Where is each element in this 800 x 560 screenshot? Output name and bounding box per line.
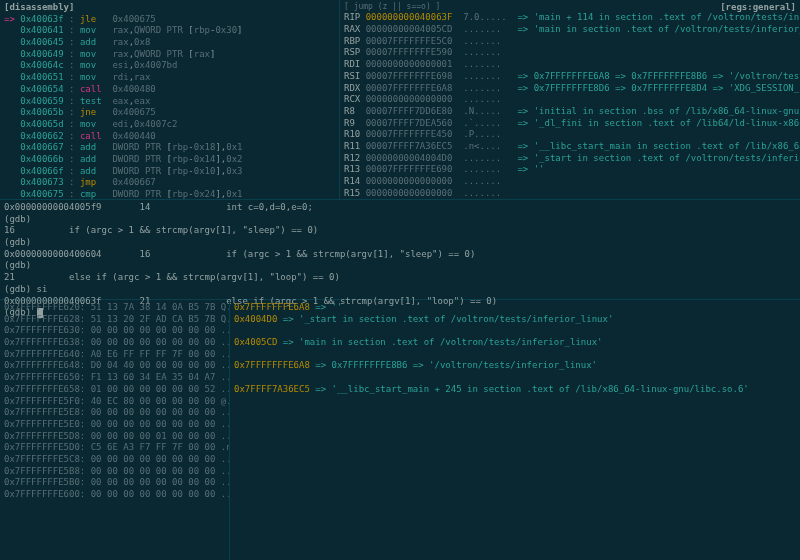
source-line[interactable]: (gdb) (4, 214, 796, 226)
stack-row[interactable] (234, 325, 796, 337)
registers-pane[interactable]: [regs:general] [ jump (z || s==o) ] RIP … (340, 0, 800, 199)
register-row[interactable]: R9 00007FFFF7DEA560 .`..... => '_dl_fini… (344, 118, 796, 130)
disasm-row[interactable]: 0x400654 : call 0x400480 (4, 84, 335, 96)
debugger-window: [disassembly] => 0x40063f : jle 0x400675… (0, 0, 800, 560)
disasm-row[interactable]: 0x40066b : add DWORD PTR [rbp-0x14],0x2 (4, 154, 335, 166)
memory-row[interactable]: 0x7FFFFFFFE5D8: 00 00 00 00 01 00 00 00 … (4, 431, 225, 443)
memory-row[interactable]: 0x7FFFFFFFE638: 00 00 00 00 00 00 00 00 … (4, 337, 225, 349)
stack-row[interactable] (234, 349, 796, 361)
memory-pane[interactable]: 0x7FFFFFFFE620: 51 13 7A 38 14 0A B5 7B … (0, 300, 230, 560)
stack-row[interactable]: 0x4004D0 => '_start in section .text of … (234, 314, 796, 326)
disasm-row[interactable]: 0x400651 : mov rdi,rax (4, 72, 335, 84)
memory-row[interactable]: 0x7FFFFFFFE628: 51 13 20 2F AD CA B5 7B … (4, 314, 225, 326)
disasm-row[interactable]: => 0x40063f : jle 0x400675 (4, 14, 335, 26)
disasm-row[interactable]: 0x400673 : jmp 0x400667 (4, 177, 335, 189)
register-row[interactable]: R12 00000000004004D0 ....... => '_start … (344, 153, 796, 165)
register-row[interactable]: RCX 0000000000000000 ....... (344, 94, 796, 106)
source-line[interactable]: 16 if (argc > 1 && strcmp(argv[1], "slee… (4, 225, 796, 237)
disasm-row[interactable]: 0x40065b : jne 0x400675 (4, 107, 335, 119)
register-row[interactable]: RSP 00007FFFFFFFE590 ....... (344, 47, 796, 59)
register-row[interactable]: R14 0000000000000000 ....... (344, 176, 796, 188)
bottom-row: 0x7FFFFFFFE620: 51 13 7A 38 14 0A B5 7B … (0, 300, 800, 560)
register-row[interactable]: RAX 00000000004005CD ....... => 'main in… (344, 24, 796, 36)
disasm-title: [disassembly] (4, 2, 74, 12)
stack-pane[interactable]: 0x7FFFFFFFE6A8 => ''0x4004D0 => '_start … (230, 300, 800, 560)
memory-row[interactable]: 0x7FFFFFFFE648: D0 04 40 00 00 00 00 00 … (4, 360, 225, 372)
register-row[interactable]: R13 00007FFFFFFFE690 ....... => '' (344, 164, 796, 176)
stack-row[interactable]: 0x4005CD => 'main in section .text of /v… (234, 337, 796, 349)
disasm-row[interactable]: 0x40066f : add DWORD PTR [rbp-0x10],0x3 (4, 166, 335, 178)
memory-row[interactable]: 0x7FFFFFFFE5D0: C5 6E A3 F7 FF 7F 00 00 … (4, 442, 225, 454)
stack-row[interactable]: 0x7FFFFFFFE6A8 => '' (234, 302, 796, 314)
register-row[interactable]: RSI 00007FFFFFFFE698 ....... => 0x7FFFFF… (344, 71, 796, 83)
source-line[interactable]: (gdb) (4, 237, 796, 249)
disasm-row[interactable]: 0x400662 : call 0x400440 (4, 131, 335, 143)
top-row: [disassembly] => 0x40063f : jle 0x400675… (0, 0, 800, 200)
disasm-row[interactable]: 0x400675 : cmp DWORD PTR [rbp-0x24],0x1 (4, 189, 335, 199)
memory-row[interactable]: 0x7FFFFFFFE658: 01 00 00 00 00 00 00 52 … (4, 384, 225, 396)
register-row[interactable]: R11 00007FFFF7A36EC5 .n<.... => '__libc_… (344, 141, 796, 153)
register-row[interactable]: RIP 000000000040063F 7.0..... => 'main +… (344, 12, 796, 24)
regs-title: [regs:general] (720, 2, 796, 14)
stack-row[interactable]: 0x7FFFF7A36EC5 => '__libc_start_main + 2… (234, 384, 796, 396)
disasm-row[interactable]: 0x400649 : mov rax,QWORD PTR [rax] (4, 49, 335, 61)
register-row[interactable]: R10 00007FFFFFFFE450 .P..... (344, 129, 796, 141)
source-line[interactable]: (gdb) si (4, 284, 796, 296)
memory-row[interactable]: 0x7FFFFFFFE5C8: 00 00 00 00 00 00 00 00 … (4, 454, 225, 466)
disasm-row[interactable]: 0x400667 : add DWORD PTR [rbp-0x18],0x1 (4, 142, 335, 154)
stack-row[interactable]: 0x7FFFFFFFE6A8 => 0x7FFFFFFFE8B6 => '/vo… (234, 360, 796, 372)
disassembly-pane[interactable]: [disassembly] => 0x40063f : jle 0x400675… (0, 0, 340, 199)
register-row[interactable]: RBP 00007FFFFFFFE5C0 ....... (344, 36, 796, 48)
register-row[interactable]: R8 00007FFFF7DD6E80 .N..... => 'initial … (344, 106, 796, 118)
memory-row[interactable]: 0x7FFFFFFFE630: 00 00 00 00 00 00 00 00 … (4, 325, 225, 337)
register-row[interactable]: R15 0000000000000000 ....... (344, 188, 796, 199)
disasm-row[interactable]: 0x40065d : mov edi,0x4007c2 (4, 119, 335, 131)
register-row[interactable]: RDX 00007FFFFFFFE6A8 ....... => 0x7FFFFF… (344, 83, 796, 95)
disasm-row[interactable]: 0x400645 : add rax,0x8 (4, 37, 335, 49)
memory-row[interactable]: 0x7FFFFFFFE600: 00 00 00 00 00 00 00 00 … (4, 489, 225, 501)
disasm-row[interactable]: 0x40064c : mov esi,0x4007bd (4, 60, 335, 72)
memory-row[interactable]: 0x7FFFFFFFE5E0: 00 00 00 00 00 00 00 00 … (4, 419, 225, 431)
memory-row[interactable]: 0x7FFFFFFFE620: 51 13 7A 38 14 0A B5 7B … (4, 302, 225, 314)
memory-row[interactable]: 0x7FFFFFFFE650: F1 13 60 34 EA 35 04 A7 … (4, 372, 225, 384)
source-line[interactable]: (gdb) (4, 260, 796, 272)
memory-row[interactable]: 0x7FFFFFFFE5B0: 00 00 00 00 00 00 00 00 … (4, 477, 225, 489)
memory-row[interactable]: 0x7FFFFFFFE640: A0 E6 FF FF FF 7F 00 00 … (4, 349, 225, 361)
source-line[interactable]: 0x0000000000400604 16 if (argc > 1 && st… (4, 249, 796, 261)
source-pane[interactable]: 0x00000000004005f9 14 int c=0,d=0,e=0;(g… (0, 200, 800, 300)
memory-row[interactable]: 0x7FFFFFFFE5B8: 00 00 00 00 00 00 00 00 … (4, 466, 225, 478)
memory-row[interactable]: 0x7FFFFFFFE5F0: 40 EC 80 00 00 00 00 00 … (4, 396, 225, 408)
memory-row[interactable]: 0x7FFFFFFFE5E8: 00 00 00 00 00 00 00 00 … (4, 407, 225, 419)
source-line[interactable]: 21 else if (argc > 1 && strcmp(argv[1], … (4, 272, 796, 284)
disasm-row[interactable]: 0x400641 : mov rax,QWORD PTR [rbp-0x30] (4, 25, 335, 37)
disasm-row[interactable]: 0x400659 : test eax,eax (4, 96, 335, 108)
register-row[interactable]: RDI 0000000000000001 ....... (344, 59, 796, 71)
source-line[interactable]: 0x00000000004005f9 14 int c=0,d=0,e=0; (4, 202, 796, 214)
stack-row[interactable] (234, 372, 796, 384)
